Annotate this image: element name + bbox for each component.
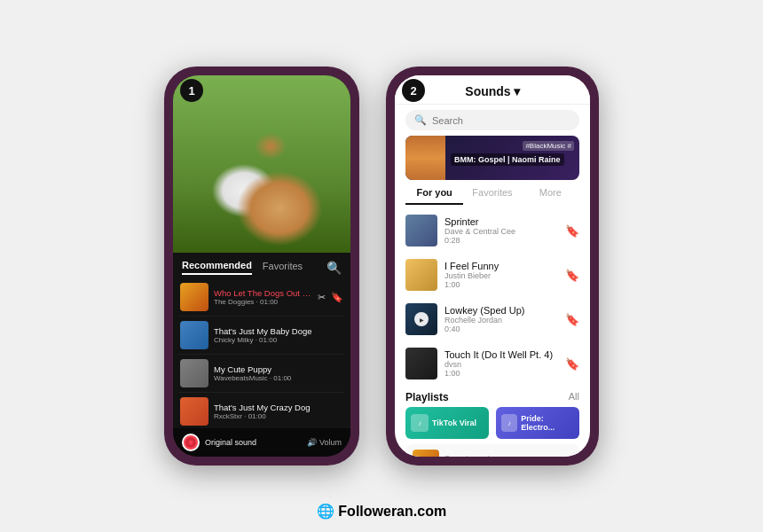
p2-track-info-1: Sprinter Dave & Central Cee 0:28 [444,216,558,245]
phone-2-badge: 2 [402,79,425,102]
phone2-content: ✕ Sounds ▾ 🔍 BMM: Gospel | Naomi Raine [395,75,590,457]
p1-disc-icon [182,434,200,451]
p1-track-4[interactable]: That's Just My Crazy Dog RxckStxr · 01:0… [178,393,345,428]
phone-2: 2 ✕ Sounds ▾ 🔍 BMM: [386,66,599,466]
p2-track-sub-2: Justin Bieber [444,271,558,280]
p2-track-time-2: 1:00 [444,280,558,289]
p2-track-sub-1: Dave & Central Cee [444,227,558,236]
p1-track-sub-4: RxckStxr · 01:00 [214,412,343,420]
scissors-icon[interactable]: ✂ [318,292,326,303]
p2-thumb-3: ▶ [405,303,437,335]
p1-tabs: Recommended Favorites 🔍 [173,253,350,278]
p1-original-sound: Original sound [205,438,302,447]
p1-track-title-2: That's Just My Baby Doge [214,326,343,336]
bookmark-icon-1[interactable]: 🔖 [331,292,343,303]
p1-track-info-3: My Cute Puppy WavebeatsMusic · 01:00 [214,364,343,382]
p2-track-4[interactable]: Touch It (Do It Well Pt. 4) dvsn 1:00 🔖 [395,341,590,386]
p1-track-title-3: My Cute Puppy [214,364,343,374]
p2-search-area: 🔍 [395,105,590,136]
p1-track-sub-1: The Doggies · 01:00 [214,298,312,306]
p2-title: Sounds ▾ [465,84,519,98]
footer-text: Followeran.com [338,504,446,519]
p2-playlist-label-2: Pride: Electro... [521,414,574,432]
p2-track-time-1: 0:28 [444,236,558,245]
p2-current-bookmark[interactable]: 🔖 [541,457,555,458]
p2-thumb-2 [405,259,437,291]
p1-tracklist: Who Let The Dogs Out - Ori... The Doggie… [173,278,350,428]
phone-1: 1 Recommended Favorites 🔍 Who Let The Do… [164,66,359,466]
pride-playlist-icon: ♪ [501,414,517,432]
p2-banner[interactable]: BMM: Gospel | Naomi Raine #BlackMusic # [405,136,579,180]
p1-volume-label[interactable]: 🔊 Volum [307,438,342,447]
p2-search-bar[interactable]: 🔍 [405,110,579,130]
p2-current-label: Current sound [444,454,519,457]
tiktok-playlist-icon: ♪ [411,414,429,432]
p1-footer: Original sound 🔊 Volum [173,428,350,457]
p1-search-icon[interactable]: 🔍 [326,261,342,275]
p1-track-3[interactable]: My Cute Puppy WavebeatsMusic · 01:00 [178,355,345,393]
p2-track-sub-3: Rochelle Jordan [444,316,558,325]
p2-bookmark-1[interactable]: 🔖 [565,224,579,238]
p2-thumb-1 [405,215,437,246]
p2-current-icons: ✂ 🔖 ✕ [524,457,572,458]
phone-1-badge: 1 [180,79,203,102]
p2-current-sound: Current sound Who Let The Dogs Ou... ✂ 🔖… [405,444,579,457]
p2-thumb-4 [405,348,437,379]
p1-track-thumb-1 [180,283,208,311]
p2-tab-more[interactable]: More [522,187,579,205]
p2-track-info-4: Touch It (Do It Well Pt. 4) dvsn 1:00 [444,349,558,378]
p2-track-info-2: I Feel Funny Justin Bieber 1:00 [444,261,558,289]
p2-search-icon: 🔍 [414,114,427,126]
p2-track-info-3: Lowkey (Sped Up) Rochelle Jordan 0:40 [444,305,558,333]
phone1-bottom-panel: Recommended Favorites 🔍 Who Let The Dogs… [173,253,350,457]
p2-playlists-row: ♪ TikTok Viral ♪ Pride: Electro... [395,407,590,439]
phone1-video-area [173,75,350,253]
page-footer: 🌐 Followeran.com [0,503,763,520]
p2-track-time-4: 1:00 [444,369,558,378]
p2-track-title-4: Touch It (Do It Well Pt. 4) [444,349,558,360]
p2-track-time-3: 0:40 [444,325,558,333]
p2-track-sub-4: dvsn [444,360,558,369]
p2-title-text: Sounds [465,84,510,98]
p2-bookmark-2[interactable]: 🔖 [565,269,579,282]
p2-bookmark-4[interactable]: 🔖 [565,357,579,371]
p2-tab-for-you[interactable]: For you [405,187,463,205]
p2-track-2[interactable]: I Feel Funny Justin Bieber 1:00 🔖 [395,253,590,297]
p1-track-2[interactable]: That's Just My Baby Doge Chicky Milky · … [178,317,345,355]
p2-tabs: For you Favorites More [395,180,590,205]
p1-track-info-4: That's Just My Crazy Dog RxckStxr · 01:0… [214,403,343,420]
p2-play-btn-3[interactable]: ▶ [414,312,429,326]
p1-tab-favorites[interactable]: Favorites [263,261,303,274]
p2-bookmark-3[interactable]: 🔖 [565,313,579,326]
p2-scissors-icon[interactable]: ✂ [524,457,534,458]
p2-track-1[interactable]: Sprinter Dave & Central Cee 0:28 🔖 [395,208,590,253]
p1-track-1[interactable]: Who Let The Dogs Out - Ori... The Doggie… [178,278,345,317]
p1-track-title-1: Who Let The Dogs Out - Ori... [214,288,312,298]
p1-track-info-2: That's Just My Baby Doge Chicky Milky · … [214,326,343,344]
phone-2-screen: ✕ Sounds ▾ 🔍 BMM: Gospel | Naomi Raine [395,75,590,457]
p2-track-title-2: I Feel Funny [444,261,558,271]
p2-current-close[interactable]: ✕ [562,457,572,458]
p2-banner-title: BMM: Gospel | Naomi Raine [451,153,564,166]
p1-track-thumb-4 [180,397,208,426]
p2-track-title-3: Lowkey (Sped Up) [444,305,558,316]
p1-track-thumb-2 [180,321,208,349]
dog-video [173,75,350,253]
p1-track-title-4: That's Just My Crazy Dog [214,403,343,412]
p2-search-input[interactable] [432,115,570,126]
p2-playlist-label-1: TikTok Viral [432,419,476,427]
p1-track-icons-1: ✂ 🔖 [318,292,343,303]
p2-current-info: Current sound Who Let The Dogs Ou... [444,454,519,457]
p2-track-title-1: Sprinter [444,216,558,227]
p2-playlists-all[interactable]: All [569,391,579,403]
p2-playlist-tiktok[interactable]: ♪ TikTok Viral [405,407,489,439]
p1-track-info-1: Who Let The Dogs Out - Ori... The Doggie… [214,288,312,306]
p2-hashtag: #BlackMusic # [523,141,574,151]
p2-tab-favorites[interactable]: Favorites [463,187,521,205]
p2-track-3[interactable]: ▶ Lowkey (Sped Up) Rochelle Jordan 0:40 … [395,297,590,341]
p2-playlist-pride[interactable]: ♪ Pride: Electro... [496,407,579,439]
p2-playlists-label: Playlists [405,391,449,403]
phone-1-screen: Recommended Favorites 🔍 Who Let The Dogs… [173,75,350,457]
p2-content: Sprinter Dave & Central Cee 0:28 🔖 I Fee… [395,205,590,457]
p1-tab-recommended[interactable]: Recommended [182,260,252,275]
